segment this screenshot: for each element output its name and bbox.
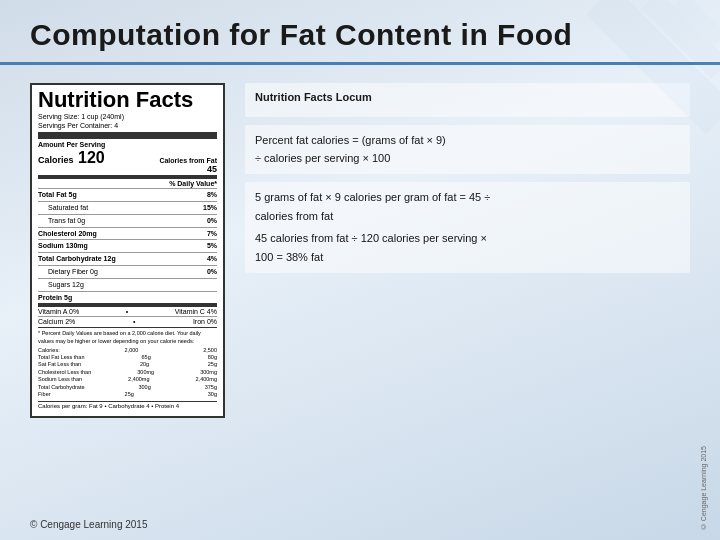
cholesterol-row: Cholesterol 20mg 7% (38, 229, 217, 239)
minerals-row: Calcium 2% • Iron 0% (38, 318, 217, 325)
example-line4: 100 = 38% fat (255, 248, 680, 267)
trans-fat-row: Trans fat 0g 0% (38, 216, 217, 226)
sodium-row: Sodium 130mg 5% (38, 241, 217, 251)
formula-line1: Percent fat calories = (grams of fat × 9… (255, 131, 680, 150)
formula-box: Nutrition Facts Locum (245, 83, 690, 117)
dv-table: Calories: 2,000 2,500 Total Fat Less tha… (38, 347, 217, 399)
example-line2: calories from fat (255, 207, 680, 226)
medium-divider-1 (38, 175, 217, 179)
vitamins-row: Vitamin A 0% • Vitamin C 4% (38, 308, 217, 315)
dietary-fiber-row: Dietary Fiber 0g 0% (38, 267, 217, 277)
sugars-row: Sugars 12g (38, 280, 217, 290)
page-title: Computation for Fat Content in Food (30, 18, 690, 52)
saturated-fat-row: Saturated fat 15% (38, 203, 217, 213)
nutrition-facts-title: Nutrition Facts (38, 89, 217, 111)
copyright-text: © Cengage Learning 2015 (30, 519, 147, 530)
example-line1: 5 grams of fat × 9 calories per gram of … (255, 188, 680, 207)
calories-row: Calories 120 Calories from Fat 45 (38, 149, 217, 174)
page-container: Computation for Fat Content in Food Nutr… (0, 0, 720, 540)
calories-per-gram: Calories per gram: Fat 9 • Carbohydrate … (38, 401, 217, 411)
nutrition-facts-panel: Nutrition Facts Serving Size: 1 cup (240… (30, 83, 225, 418)
formula-line2: ÷ calories per serving × 100 (255, 149, 680, 168)
total-fat-row: Total Fat 5g 8% (38, 190, 217, 200)
example-line3: 45 calories from fat ÷ 120 calories per … (255, 229, 680, 248)
total-carb-row: Total Carbohydrate 12g 4% (38, 254, 217, 264)
serving-size-text: Serving Size: 1 cup (240ml) Servings Per… (38, 112, 217, 130)
main-content: Nutrition Facts Serving Size: 1 cup (240… (0, 65, 720, 428)
header-section: Computation for Fat Content in Food (0, 0, 720, 65)
daily-value-header: % Daily Value* (38, 180, 217, 187)
protein-row: Protein 5g (38, 293, 217, 303)
amount-per-serving-row: Amount Per Serving (38, 141, 217, 148)
formula-example: 5 grams of fat × 9 calories per gram of … (245, 182, 690, 273)
percent-fat-formula: Percent fat calories = (grams of fat × 9… (245, 125, 690, 174)
slide-number: © Cengage Learning 2015 (699, 446, 708, 530)
formula-title: Nutrition Facts Locum (255, 89, 680, 107)
footnote: * Percent Daily Values are based on a 2,… (38, 327, 217, 410)
right-content: Nutrition Facts Locum Percent fat calori… (245, 83, 690, 273)
thick-divider-1 (38, 132, 217, 139)
thin-divider-1 (38, 188, 217, 189)
